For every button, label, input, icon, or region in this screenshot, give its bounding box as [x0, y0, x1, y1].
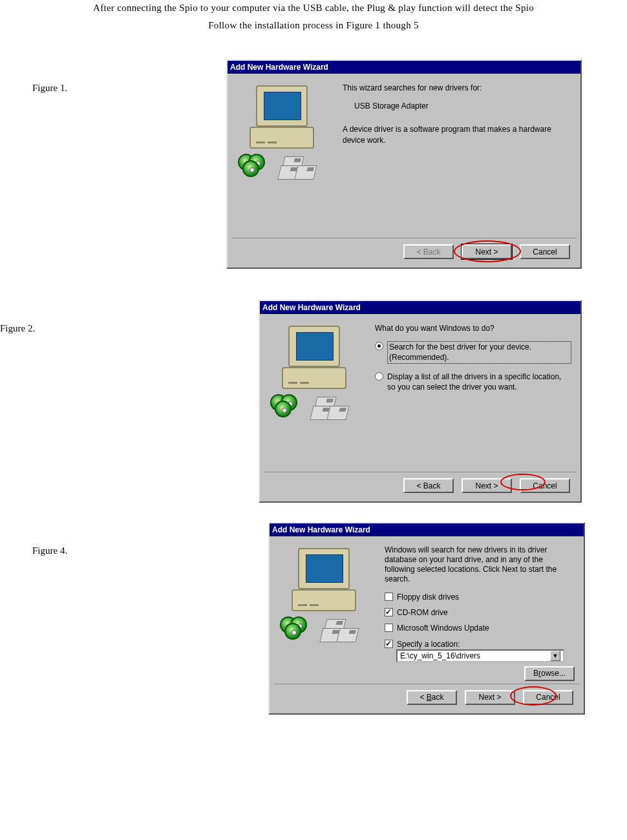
- dialog-content: This wizard searches for new drivers for…: [343, 83, 571, 186]
- fig2-question: What do you want Windows to do?: [375, 323, 571, 333]
- fig1-device-name: USB Storage Adapter: [354, 101, 571, 111]
- intro-line-1: After connecting the Spio to your comput…: [0, 3, 627, 14]
- radio-option-recommended[interactable]: Search for the best driver for your devi…: [375, 341, 571, 363]
- check-specify-location[interactable]: Specify a location:: [385, 639, 575, 649]
- cancel-button[interactable]: Cancel: [520, 478, 570, 493]
- check-label: Microsoft Windows Update: [397, 623, 575, 633]
- dialog-body: Windows will search for new drivers in i…: [270, 536, 584, 684]
- intro-line-2: Follow the installation process in Figur…: [0, 20, 627, 31]
- browse-button[interactable]: Browse...: [524, 666, 575, 681]
- fig1-desc: This wizard searches for new drivers for…: [343, 83, 571, 93]
- figure-4-row: Figure 4. Add New Hardware Wizard Window…: [0, 522, 627, 715]
- radio-label: Search for the best driver for your devi…: [387, 341, 571, 363]
- figure-2-row: Figure 2. Add New Hardware Wizard What d…: [0, 300, 627, 503]
- checkbox-icon: [385, 608, 393, 616]
- check-label: CD-ROM drive: [397, 607, 575, 618]
- checkbox-icon: [385, 640, 393, 648]
- radio-icon: [375, 342, 383, 350]
- figure-1-label: Figure 1.: [32, 59, 226, 94]
- figure-4-label: Figure 4.: [32, 522, 268, 556]
- dialog-content: Windows will search for new drivers in i…: [385, 545, 575, 681]
- dialog-title: Add New Hardware Wizard: [260, 301, 580, 314]
- radio-label: Display a list of all the drivers in a s…: [387, 372, 571, 392]
- figure-2-label: Figure 2.: [0, 300, 259, 334]
- wizard-illustration: [279, 545, 376, 649]
- intro-text: After connecting the Spio to your comput…: [0, 0, 627, 31]
- radio-icon: [375, 372, 383, 381]
- next-button[interactable]: Next >: [462, 244, 512, 259]
- back-button: < Back: [403, 244, 454, 259]
- location-input[interactable]: E:\cy_win_5_16\drivers ▼: [396, 649, 564, 662]
- location-value: E:\cy_win_5_16\drivers: [400, 651, 480, 661]
- next-button[interactable]: Next >: [462, 478, 512, 493]
- check-windows-update[interactable]: Microsoft Windows Update: [385, 623, 575, 633]
- back-button[interactable]: < Back: [403, 478, 454, 493]
- figure-1-row: Figure 1. Add New Hardware Wizard This w…: [0, 59, 627, 269]
- dialog-title: Add New Hardware Wizard: [270, 523, 584, 536]
- cancel-button[interactable]: Cancel: [520, 244, 570, 259]
- dialog-body: What do you want Windows to do? Search f…: [260, 314, 580, 433]
- document-page: After connecting the Spio to your comput…: [0, 0, 627, 715]
- fig1-explain: A device driver is a software program th…: [343, 124, 571, 145]
- button-bar: < Back Next > Cancel: [231, 238, 577, 265]
- wizard-illustration: [269, 323, 366, 426]
- cancel-button[interactable]: Cancel: [523, 690, 573, 705]
- check-floppy[interactable]: Floppy disk drives: [385, 592, 575, 602]
- check-cdrom[interactable]: CD-ROM drive: [385, 607, 575, 618]
- button-bar: < Back Next > Cancel: [273, 684, 580, 711]
- dialog-fig2: Add New Hardware Wizard What do you want…: [259, 300, 582, 503]
- back-button[interactable]: < Back: [407, 690, 457, 705]
- dropdown-icon[interactable]: ▼: [550, 651, 560, 661]
- checkbox-icon: [385, 593, 393, 601]
- button-bar: < Back Next > Cancel: [264, 472, 577, 499]
- dialog-fig1: Add New Hardware Wizard This wizard sear…: [226, 59, 582, 269]
- location-block: E:\cy_win_5_16\drivers ▼ Browse...: [396, 649, 575, 681]
- wizard-illustration: [237, 83, 334, 186]
- dialog-title: Add New Hardware Wizard: [228, 61, 580, 74]
- next-button[interactable]: Next >: [465, 690, 515, 705]
- radio-option-list[interactable]: Display a list of all the drivers in a s…: [375, 372, 571, 392]
- dialog-content: What do you want Windows to do? Search f…: [375, 323, 571, 426]
- check-label: Specify a location:: [397, 639, 575, 649]
- check-label: Floppy disk drives: [397, 592, 575, 602]
- dialog-body: This wizard searches for new drivers for…: [228, 74, 580, 193]
- dialog-fig4: Add New Hardware Wizard Windows will sea…: [268, 522, 585, 715]
- checkbox-icon: [385, 624, 393, 632]
- fig4-desc: Windows will search for new drivers in i…: [385, 545, 575, 584]
